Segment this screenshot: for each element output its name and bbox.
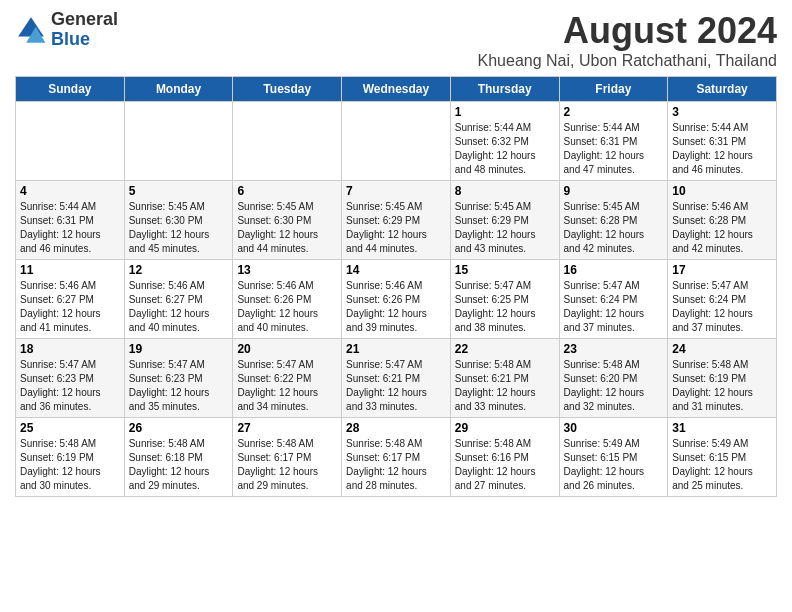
weekday-header-tuesday: Tuesday xyxy=(233,77,342,102)
day-info: Sunrise: 5:48 AM Sunset: 6:19 PM Dayligh… xyxy=(20,437,120,493)
day-info: Sunrise: 5:49 AM Sunset: 6:15 PM Dayligh… xyxy=(672,437,772,493)
weekday-header-monday: Monday xyxy=(124,77,233,102)
day-number: 14 xyxy=(346,263,446,277)
logo: General Blue xyxy=(15,10,118,50)
day-info: Sunrise: 5:45 AM Sunset: 6:30 PM Dayligh… xyxy=(237,200,337,256)
calendar-cell: 25Sunrise: 5:48 AM Sunset: 6:19 PM Dayli… xyxy=(16,418,125,497)
calendar-cell: 8Sunrise: 5:45 AM Sunset: 6:29 PM Daylig… xyxy=(450,181,559,260)
weekday-header-thursday: Thursday xyxy=(450,77,559,102)
day-info: Sunrise: 5:46 AM Sunset: 6:27 PM Dayligh… xyxy=(129,279,229,335)
svg-marker-0 xyxy=(18,17,44,36)
weekday-header-friday: Friday xyxy=(559,77,668,102)
day-number: 28 xyxy=(346,421,446,435)
calendar-cell: 30Sunrise: 5:49 AM Sunset: 6:15 PM Dayli… xyxy=(559,418,668,497)
day-number: 7 xyxy=(346,184,446,198)
calendar-cell: 18Sunrise: 5:47 AM Sunset: 6:23 PM Dayli… xyxy=(16,339,125,418)
calendar-cell: 19Sunrise: 5:47 AM Sunset: 6:23 PM Dayli… xyxy=(124,339,233,418)
calendar-cell: 5Sunrise: 5:45 AM Sunset: 6:30 PM Daylig… xyxy=(124,181,233,260)
day-info: Sunrise: 5:48 AM Sunset: 6:21 PM Dayligh… xyxy=(455,358,555,414)
calendar-week-4: 18Sunrise: 5:47 AM Sunset: 6:23 PM Dayli… xyxy=(16,339,777,418)
day-info: Sunrise: 5:47 AM Sunset: 6:24 PM Dayligh… xyxy=(672,279,772,335)
calendar-cell: 27Sunrise: 5:48 AM Sunset: 6:17 PM Dayli… xyxy=(233,418,342,497)
day-number: 27 xyxy=(237,421,337,435)
calendar-cell: 15Sunrise: 5:47 AM Sunset: 6:25 PM Dayli… xyxy=(450,260,559,339)
calendar-cell: 26Sunrise: 5:48 AM Sunset: 6:18 PM Dayli… xyxy=(124,418,233,497)
day-info: Sunrise: 5:44 AM Sunset: 6:31 PM Dayligh… xyxy=(672,121,772,177)
day-number: 25 xyxy=(20,421,120,435)
day-number: 6 xyxy=(237,184,337,198)
calendar-cell: 21Sunrise: 5:47 AM Sunset: 6:21 PM Dayli… xyxy=(342,339,451,418)
calendar-cell: 22Sunrise: 5:48 AM Sunset: 6:21 PM Dayli… xyxy=(450,339,559,418)
logo-blue-text: Blue xyxy=(51,29,90,49)
title-block: August 2024 Khueang Nai, Ubon Ratchathan… xyxy=(478,10,777,70)
day-number: 4 xyxy=(20,184,120,198)
day-number: 19 xyxy=(129,342,229,356)
day-number: 23 xyxy=(564,342,664,356)
weekday-header-sunday: Sunday xyxy=(16,77,125,102)
day-info: Sunrise: 5:45 AM Sunset: 6:29 PM Dayligh… xyxy=(455,200,555,256)
day-info: Sunrise: 5:47 AM Sunset: 6:23 PM Dayligh… xyxy=(129,358,229,414)
calendar-cell: 9Sunrise: 5:45 AM Sunset: 6:28 PM Daylig… xyxy=(559,181,668,260)
day-info: Sunrise: 5:48 AM Sunset: 6:16 PM Dayligh… xyxy=(455,437,555,493)
calendar-cell: 28Sunrise: 5:48 AM Sunset: 6:17 PM Dayli… xyxy=(342,418,451,497)
day-number: 16 xyxy=(564,263,664,277)
day-info: Sunrise: 5:48 AM Sunset: 6:20 PM Dayligh… xyxy=(564,358,664,414)
day-info: Sunrise: 5:45 AM Sunset: 6:28 PM Dayligh… xyxy=(564,200,664,256)
calendar-body: 1Sunrise: 5:44 AM Sunset: 6:32 PM Daylig… xyxy=(16,102,777,497)
day-info: Sunrise: 5:46 AM Sunset: 6:28 PM Dayligh… xyxy=(672,200,772,256)
calendar-cell xyxy=(233,102,342,181)
day-number: 18 xyxy=(20,342,120,356)
day-number: 21 xyxy=(346,342,446,356)
day-info: Sunrise: 5:48 AM Sunset: 6:17 PM Dayligh… xyxy=(237,437,337,493)
calendar-cell: 13Sunrise: 5:46 AM Sunset: 6:26 PM Dayli… xyxy=(233,260,342,339)
calendar-cell: 29Sunrise: 5:48 AM Sunset: 6:16 PM Dayli… xyxy=(450,418,559,497)
calendar-cell: 6Sunrise: 5:45 AM Sunset: 6:30 PM Daylig… xyxy=(233,181,342,260)
day-number: 13 xyxy=(237,263,337,277)
subtitle: Khueang Nai, Ubon Ratchathani, Thailand xyxy=(478,52,777,70)
day-info: Sunrise: 5:46 AM Sunset: 6:26 PM Dayligh… xyxy=(237,279,337,335)
calendar-cell: 7Sunrise: 5:45 AM Sunset: 6:29 PM Daylig… xyxy=(342,181,451,260)
calendar-cell: 1Sunrise: 5:44 AM Sunset: 6:32 PM Daylig… xyxy=(450,102,559,181)
calendar-cell: 10Sunrise: 5:46 AM Sunset: 6:28 PM Dayli… xyxy=(668,181,777,260)
day-number: 9 xyxy=(564,184,664,198)
logo-general-text: General xyxy=(51,9,118,29)
weekday-header-wednesday: Wednesday xyxy=(342,77,451,102)
calendar-cell xyxy=(342,102,451,181)
day-info: Sunrise: 5:46 AM Sunset: 6:26 PM Dayligh… xyxy=(346,279,446,335)
day-info: Sunrise: 5:44 AM Sunset: 6:31 PM Dayligh… xyxy=(564,121,664,177)
day-info: Sunrise: 5:47 AM Sunset: 6:25 PM Dayligh… xyxy=(455,279,555,335)
logo-text: General Blue xyxy=(51,10,118,50)
calendar-week-1: 1Sunrise: 5:44 AM Sunset: 6:32 PM Daylig… xyxy=(16,102,777,181)
day-info: Sunrise: 5:47 AM Sunset: 6:23 PM Dayligh… xyxy=(20,358,120,414)
day-number: 31 xyxy=(672,421,772,435)
calendar-cell: 3Sunrise: 5:44 AM Sunset: 6:31 PM Daylig… xyxy=(668,102,777,181)
day-number: 2 xyxy=(564,105,664,119)
day-number: 5 xyxy=(129,184,229,198)
day-number: 10 xyxy=(672,184,772,198)
logo-icon xyxy=(15,14,47,46)
day-number: 15 xyxy=(455,263,555,277)
day-info: Sunrise: 5:47 AM Sunset: 6:24 PM Dayligh… xyxy=(564,279,664,335)
day-number: 22 xyxy=(455,342,555,356)
calendar-cell: 12Sunrise: 5:46 AM Sunset: 6:27 PM Dayli… xyxy=(124,260,233,339)
day-number: 17 xyxy=(672,263,772,277)
calendar-cell: 31Sunrise: 5:49 AM Sunset: 6:15 PM Dayli… xyxy=(668,418,777,497)
day-number: 1 xyxy=(455,105,555,119)
calendar-cell: 4Sunrise: 5:44 AM Sunset: 6:31 PM Daylig… xyxy=(16,181,125,260)
day-number: 24 xyxy=(672,342,772,356)
weekday-header-row: SundayMondayTuesdayWednesdayThursdayFrid… xyxy=(16,77,777,102)
day-info: Sunrise: 5:47 AM Sunset: 6:22 PM Dayligh… xyxy=(237,358,337,414)
day-info: Sunrise: 5:48 AM Sunset: 6:19 PM Dayligh… xyxy=(672,358,772,414)
day-info: Sunrise: 5:49 AM Sunset: 6:15 PM Dayligh… xyxy=(564,437,664,493)
day-info: Sunrise: 5:48 AM Sunset: 6:17 PM Dayligh… xyxy=(346,437,446,493)
day-info: Sunrise: 5:46 AM Sunset: 6:27 PM Dayligh… xyxy=(20,279,120,335)
day-number: 29 xyxy=(455,421,555,435)
day-number: 8 xyxy=(455,184,555,198)
calendar-header: SundayMondayTuesdayWednesdayThursdayFrid… xyxy=(16,77,777,102)
calendar-cell: 20Sunrise: 5:47 AM Sunset: 6:22 PM Dayli… xyxy=(233,339,342,418)
calendar-cell: 11Sunrise: 5:46 AM Sunset: 6:27 PM Dayli… xyxy=(16,260,125,339)
calendar-cell: 2Sunrise: 5:44 AM Sunset: 6:31 PM Daylig… xyxy=(559,102,668,181)
calendar-cell xyxy=(124,102,233,181)
day-number: 3 xyxy=(672,105,772,119)
calendar-cell: 24Sunrise: 5:48 AM Sunset: 6:19 PM Dayli… xyxy=(668,339,777,418)
